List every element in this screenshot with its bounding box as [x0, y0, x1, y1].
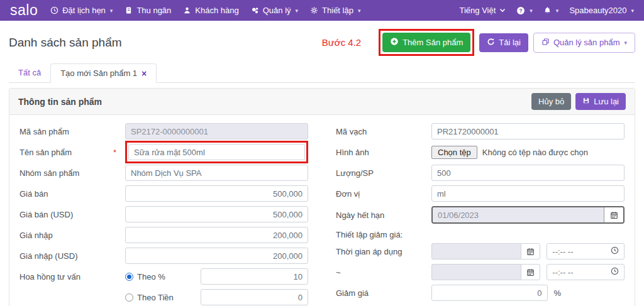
tab-bar: Tất cả Tạo mới Sản phẩm 1 × [9, 63, 635, 83]
field-sale-price-usd: Giá bán (USD) [19, 206, 308, 222]
radio-unchecked-icon[interactable] [125, 293, 133, 302]
header-actions: Bước 4.2 Thêm Sản phẩm Tải lại Quản lý s… [322, 29, 635, 56]
annotation-red-box: Thêm Sản phẩm [379, 29, 474, 56]
page-title: Danh sách sản phẩm [9, 36, 122, 50]
tab-create-product[interactable]: Tạo mới Sản phẩm 1 × [50, 63, 157, 83]
radio-checked-icon[interactable] [125, 273, 133, 281]
caret-down-icon: ▾ [624, 40, 627, 46]
field-discount-start: Thời gian áp dụng --:-- -- [336, 243, 625, 260]
calendar-button[interactable] [521, 264, 540, 280]
notifications-menu[interactable]: ▾ [543, 6, 559, 14]
discount-value-input[interactable] [431, 285, 548, 301]
refresh-icon [487, 38, 495, 48]
field-commission-money: Theo Tiền [19, 289, 308, 305]
navbar-right: Tiếng Việt ? ▾ ▾ Spabeauty2020 ▾ [459, 6, 634, 15]
reload-button[interactable]: Tải lại [479, 33, 528, 52]
menu-item-cashier[interactable]: Thu ngân [125, 6, 171, 15]
close-icon[interactable]: × [142, 69, 147, 78]
required-asterisk: * [113, 148, 116, 157]
add-product-button[interactable]: Thêm Sản phẩm [382, 33, 470, 52]
discount-end-time-input[interactable]: --:-- -- [547, 264, 625, 280]
language-selector[interactable]: Tiếng Việt [459, 6, 506, 15]
caret-down-icon: ▾ [296, 8, 299, 14]
sale-price-usd-input[interactable] [125, 206, 308, 222]
choose-file-button[interactable]: Chọn tệp [431, 146, 477, 159]
cash-register-icon [125, 6, 133, 14]
commission-money-input[interactable] [201, 289, 308, 305]
menu-item-customers[interactable]: Khách hàng [183, 6, 238, 15]
unit-input[interactable] [431, 185, 625, 202]
form-right-column: Mã vạch Hình ảnh Chọn tệp Không có tệp n… [336, 123, 625, 306]
card-header: Thông tin sản phẩm Hủy bỏ Lưu lại [9, 89, 635, 115]
sale-price-input[interactable] [125, 185, 308, 202]
calendar-icon [610, 211, 618, 219]
field-product-name: Tên sản phẩm * [19, 144, 308, 160]
app-logo[interactable]: salo [10, 1, 38, 19]
product-group-input[interactable] [125, 165, 308, 181]
field-purchase-price: Giá nhập [19, 227, 308, 243]
save-icon [582, 97, 590, 106]
top-navbar: salo Đặt lịch hẹn ▾ Thu ngân Khách hàng … [0, 0, 644, 21]
discount-start-date-input [431, 243, 521, 260]
discount-end-date-input [431, 264, 521, 280]
form-left-column: Mã sản phẩm Tên sản phẩm * Nhóm sản phẩm [19, 123, 308, 306]
product-form: Mã sản phẩm Tên sản phẩm * Nhóm sản phẩm [9, 115, 635, 306]
field-commission-percent: Hoa hồng tư vấn Theo % [19, 268, 308, 285]
calendar-icon [526, 248, 535, 256]
discount-unit-label: % [548, 288, 625, 298]
commission-percent-option[interactable]: Theo % [125, 272, 201, 281]
clone-icon [541, 38, 550, 48]
field-quantity: Lượng/SP [336, 165, 625, 181]
product-info-card: Thông tin sản phẩm Hủy bỏ Lưu lại Mã sản… [9, 88, 635, 306]
clock-icon [611, 267, 619, 277]
main-menu: Đặt lịch hẹn ▾ Thu ngân Khách hàng Quản … [50, 6, 360, 15]
field-discount-end: ~ --:-- -- [336, 264, 625, 280]
discount-start-time-input[interactable]: --:-- -- [547, 243, 625, 260]
caret-down-icon: ▾ [530, 8, 533, 14]
caret-down-icon: ▾ [358, 8, 361, 14]
menu-item-settings[interactable]: Thiết lập ▾ [310, 6, 360, 15]
account-menu[interactable]: Spabeauty2020 ▾ [569, 6, 634, 15]
user-icon [183, 6, 191, 14]
calendar-icon [526, 268, 535, 276]
page-header: Danh sách sản phẩm Bước 4.2 Thêm Sản phẩ… [0, 21, 644, 60]
menu-item-management[interactable]: Quản lý ▾ [251, 6, 298, 15]
cancel-button[interactable]: Hủy bỏ [531, 93, 571, 110]
field-sale-price: Giá bán [19, 185, 308, 202]
help-menu[interactable]: ? ▾ [516, 6, 533, 15]
clock-icon [611, 246, 619, 256]
product-code-input [125, 123, 308, 139]
field-image: Hình ảnh Chọn tệp Không có tệp nào được … [336, 144, 625, 160]
field-product-group: Nhóm sản phẩm [19, 165, 308, 181]
commission-money-option[interactable]: Theo Tiền [125, 293, 201, 302]
discount-end-date-group [431, 264, 540, 280]
menu-item-booking[interactable]: Đặt lịch hẹn ▾ [50, 6, 113, 15]
gears-icon [310, 6, 318, 14]
caret-down-icon: ▾ [556, 8, 559, 14]
tab-all[interactable]: Tất cả [9, 63, 50, 82]
purchase-price-input[interactable] [125, 227, 308, 243]
product-name-input[interactable] [128, 144, 305, 160]
plus-circle-icon [390, 37, 399, 48]
expiry-date-group [431, 206, 625, 224]
quantity-input[interactable] [431, 165, 625, 181]
caret-down-icon: ▾ [631, 8, 634, 14]
file-status-text: Không có tệp nào được chọn [482, 148, 588, 157]
svg-text:?: ? [519, 7, 523, 13]
calendar-button[interactable] [604, 207, 623, 222]
field-expiry-date: Ngày hết hạn [336, 206, 625, 224]
card-title: Thông tin sản phẩm [18, 97, 102, 107]
save-button[interactable]: Lưu lại [575, 93, 626, 110]
discount-section-heading: Thiết lập giảm giá: [336, 228, 625, 241]
field-unit: Đơn vị [336, 185, 625, 202]
manage-products-button[interactable]: Quản lý sản phẩm ▾ [533, 33, 635, 53]
calendar-button[interactable] [521, 243, 540, 260]
barcode-input[interactable] [431, 123, 625, 139]
commission-percent-input[interactable] [201, 268, 308, 285]
discount-start-date-group [431, 243, 540, 260]
purchase-price-usd-input[interactable] [125, 248, 308, 264]
expiry-date-input [433, 207, 604, 222]
caret-down-icon: ▾ [110, 8, 113, 14]
clock-icon [50, 6, 58, 14]
field-discount-value: Giảm giá % [336, 285, 625, 301]
